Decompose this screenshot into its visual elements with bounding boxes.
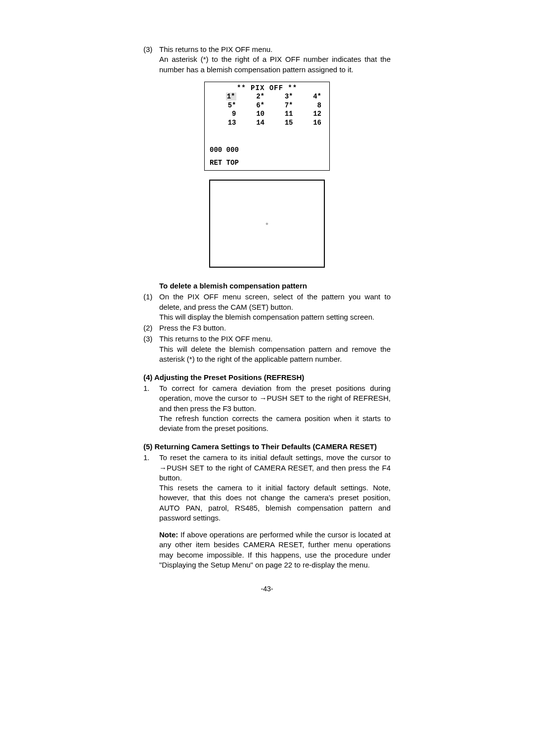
del-step-3-a: This returns to the PIX OFF menu. bbox=[159, 334, 272, 343]
pix-cell-1: 1* bbox=[210, 93, 239, 101]
pix-cell-6: 6* bbox=[239, 101, 268, 110]
del-step-3-body: This returns to the PIX OFF menu. This w… bbox=[159, 334, 391, 364]
pix-cell-10: 10 bbox=[239, 110, 268, 119]
del-step-3-num: (3) bbox=[143, 334, 159, 364]
pix-cell-4: 4* bbox=[296, 93, 325, 101]
pix-coord: 000 000 bbox=[210, 146, 324, 155]
sec5-heading: (5) Returning Camera Settings to Their D… bbox=[143, 442, 391, 451]
step-3-line-b: An asterisk (*) to the right of a PIX OF… bbox=[159, 55, 391, 73]
pix-cell-9: 9 bbox=[210, 110, 239, 119]
sec5-step-1-body: To reset the camera to its initial defau… bbox=[159, 453, 391, 523]
del-step-1-a: On the PIX OFF menu screen, select of th… bbox=[159, 292, 391, 311]
sec4-step-1-a: To correct for camera deviation from the… bbox=[159, 384, 391, 413]
pix-off-row-4: 13 14 15 16 bbox=[210, 119, 324, 128]
del-step-1-b: This will display the blemish compensati… bbox=[159, 313, 374, 321]
pix-off-row-2: 5* 6* 7* 8 bbox=[210, 101, 324, 110]
pix-cell-2: 2* bbox=[239, 93, 268, 101]
page: (3) This returns to the PIX OFF menu. An… bbox=[0, 0, 534, 593]
step-3-line-a: This returns to the PIX OFF menu. bbox=[159, 45, 272, 53]
sec5-note: Note: If above operations are performed … bbox=[159, 530, 391, 570]
step-3-body: This returns to the PIX OFF menu. An ast… bbox=[159, 45, 391, 75]
pix-bottom: RET TOP bbox=[210, 159, 324, 168]
sec5-note-text: If above operations are performed while … bbox=[159, 530, 391, 569]
pix-cell-15: 15 bbox=[267, 119, 296, 128]
del-step-2: (2) Press the F3 button. bbox=[143, 323, 391, 333]
step-3: (3) This returns to the PIX OFF menu. An… bbox=[143, 45, 391, 75]
pix-off-title: ** PIX OFF ** bbox=[210, 84, 324, 93]
pix-cell-14: 14 bbox=[239, 119, 268, 128]
crosshair-icon: + bbox=[266, 221, 268, 227]
pix-cell-16: 16 bbox=[296, 119, 325, 128]
sec5-note-label: Note: bbox=[159, 530, 178, 539]
page-number: -43- bbox=[143, 585, 391, 593]
pix-cell-1-hl: 1* bbox=[226, 93, 236, 100]
pix-off-row-3: 9 10 11 12 bbox=[210, 110, 324, 119]
sec4-step-1-body: To correct for camera deviation from the… bbox=[159, 383, 391, 433]
del-step-1-num: (1) bbox=[143, 292, 159, 322]
pix-cell-3: 3* bbox=[267, 93, 296, 101]
del-step-2-body: Press the F3 button. bbox=[159, 323, 391, 333]
sec5-step-1: 1. To reset the camera to its initial de… bbox=[143, 453, 391, 523]
sec5-step-1-a: To reset the camera to its initial defau… bbox=[159, 453, 391, 482]
sec4-step-1-num: 1. bbox=[143, 383, 159, 433]
pix-cell-12: 12 bbox=[296, 110, 325, 119]
pix-cell-5: 5* bbox=[210, 101, 239, 110]
del-step-3-b: This will delete the blemish compensatio… bbox=[159, 345, 391, 363]
del-step-1-body: On the PIX OFF menu screen, select of th… bbox=[159, 292, 391, 322]
sec4-step-1: 1. To correct for camera deviation from … bbox=[143, 383, 391, 433]
sec5-step-1-b: This resets the camera to it initial fac… bbox=[159, 483, 391, 522]
sec4-heading: (4) Adjusting the Preset Positions (REFR… bbox=[143, 373, 391, 381]
del-step-3: (3) This returns to the PIX OFF menu. Th… bbox=[143, 334, 391, 364]
pix-off-row-1: 1* 2* 3* 4* bbox=[210, 93, 324, 101]
del-step-2-num: (2) bbox=[143, 323, 159, 333]
sec4-step-1-b: The refresh function corrects the camera… bbox=[159, 414, 391, 432]
del-step-1: (1) On the PIX OFF menu screen, select o… bbox=[143, 292, 391, 322]
step-3-num: (3) bbox=[143, 45, 159, 75]
sec5-step-1-num: 1. bbox=[143, 453, 159, 523]
pix-off-menu: ** PIX OFF ** 1* 2* 3* 4* 5* 6* 7* 8 9 1… bbox=[204, 82, 330, 171]
delete-heading: To delete a blemish compensation pattern bbox=[159, 282, 391, 290]
pix-cell-7: 7* bbox=[267, 101, 296, 110]
crosshair-box: + bbox=[209, 180, 325, 268]
pix-cell-11: 11 bbox=[267, 110, 296, 119]
pix-cell-13: 13 bbox=[210, 119, 239, 128]
pix-cell-8: 8 bbox=[296, 101, 325, 110]
